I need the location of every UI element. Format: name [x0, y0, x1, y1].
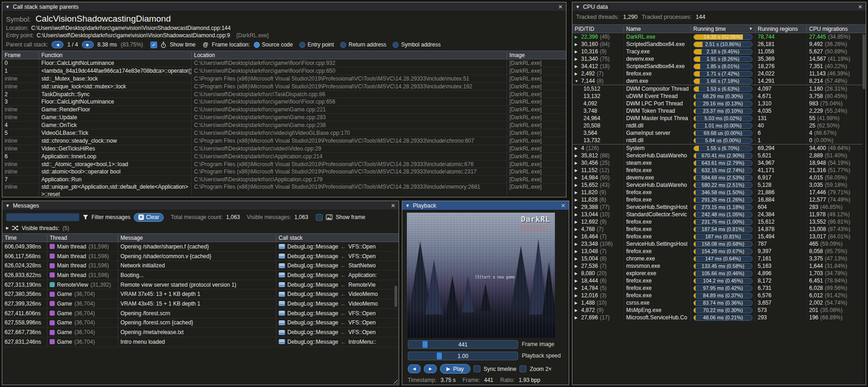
col-running-regions[interactable]: Running regions: [755, 26, 807, 32]
expand-icon[interactable]: ▶: [575, 242, 579, 246]
callstack-table-row[interactable]: inlinestd::unique_lock<std::mutex>::lock…: [2, 83, 566, 91]
expand-icon[interactable]: ▶: [575, 308, 579, 312]
cpu-process-row[interactable]: ▶11,820(9)firefox.exe346.58 ms (1.50%)21…: [572, 189, 866, 196]
step-forward-button[interactable]: ▶: [424, 364, 437, 373]
callstack-cell[interactable]: DebugLog::Message←IntroMenu::: [276, 337, 399, 347]
expanded-icon[interactable]: ▼: [575, 79, 579, 83]
callstack-table-row[interactable]: 4Game::OnTickC:\Users\wolf\Desktop\darkr…: [2, 121, 566, 129]
callstack-cell[interactable]: DebugLog::Message←VFS::Open: [276, 328, 399, 337]
cpu-process-row[interactable]: ▶31,340(75)devenv.exe1.91 s (8.26%)35,36…: [572, 55, 866, 63]
frame-location-option[interactable]: Source code: [254, 41, 293, 48]
col-callstack[interactable]: Call stack: [276, 235, 399, 241]
cpu-process-row[interactable]: ▶11,152(12)firefox.exe632.15 ms (2.74%)4…: [572, 167, 866, 174]
message-row[interactable]: 627,313,190nsRemoteView(31,392)Remote vi…: [2, 280, 399, 290]
collapse-icon[interactable]: ▼: [6, 5, 10, 9]
close-icon[interactable]: ✕: [858, 4, 862, 10]
prev-parent-button[interactable]: ◀: [51, 41, 63, 48]
cpu-process-row[interactable]: ▶29,388(77)ServiceHub.SettingsHost273.15…: [572, 203, 866, 211]
cpu-process-row[interactable]: ▶13,048(7)firefox.exe154.28 ms (0.67%)9,…: [572, 248, 866, 255]
callstack-cell[interactable]: DebugLog::Message←VideoMemo: [276, 289, 399, 299]
callstack-table-row[interactable]: inlineGame::RenderFloorC:\Users\wolf\Des…: [2, 106, 566, 114]
expand-icon[interactable]: ▶: [575, 316, 579, 320]
cpu-process-row[interactable]: 24,964DWM Master Input Threa5.03 ms (0.0…: [572, 115, 866, 122]
cpu-process-row[interactable]: 4,092DWM LPC Port Thread29.16 ms (0.13%)…: [572, 100, 866, 107]
play-button[interactable]: ▶ Play: [440, 364, 470, 374]
callstack-table-row[interactable]: inlinestd::chrono::steady_clock::nowC:\P…: [2, 137, 566, 145]
radio-icon[interactable]: [340, 42, 346, 48]
expand-icon[interactable]: ▶: [575, 227, 579, 231]
callstack-table-row[interactable]: inlinestd::unique_ptr<Application,std::d…: [2, 184, 566, 197]
expand-icon[interactable]: ▶: [575, 64, 579, 69]
cpu-process-row[interactable]: ▶10,316(9)Tracy.exe2.18 s (9.45%)11,0585…: [572, 48, 866, 55]
cpu-process-row[interactable]: ▶23,348(106)ServiceHub.SettingsHost158.0…: [572, 240, 866, 248]
show-time-checkbox[interactable]: ✓: [150, 41, 157, 48]
callstack-table-row[interactable]: inlineVideo::GetTicksHiResC:\Users\wolf\…: [2, 145, 566, 153]
cpu-process-row[interactable]: ▶15,652(43)ServiceHub.DataWareho580.22 m…: [572, 181, 866, 189]
cpu-process-row[interactable]: ▶35,812(88)ServiceHub.DataWareho670.41 m…: [572, 152, 866, 159]
message-row[interactable]: 627,399,326nsGame(36,704)VRAM 43x45: 15 …: [2, 299, 399, 309]
expand-icon[interactable]: ▶: [575, 35, 579, 39]
cpu-process-row[interactable]: ▼7,144(8)dwm.exe1.66 s (7.18%)14,2918,21…: [572, 77, 866, 85]
callstack-cell[interactable]: DebugLog::Message←VFS::Open: [276, 318, 399, 328]
cpu-process-row[interactable]: 3,748DWM Token Thread23.37 ms (0.10%)4,0…: [572, 107, 866, 115]
cpu-process-row[interactable]: 3,564GameInput server69.68 us (0.00%)64(…: [572, 129, 866, 137]
cpu-process-row[interactable]: 13,732ntdll.dll5.84 us (0.00%)10(0.00%): [572, 137, 866, 144]
callstack-cell[interactable]: DebugLog::Message←StartNetwo: [276, 261, 399, 270]
col-name[interactable]: Name: [624, 26, 691, 32]
callstack-table-row[interactable]: 0Floor::CalcLightNoLuminanceC:\Users\wol…: [2, 59, 566, 67]
callstack-table-row[interactable]: inlineGame::UpdateC:\Users\wolf\Desktop\…: [2, 114, 566, 121]
expand-icon[interactable]: ▶: [575, 50, 579, 54]
callstack-titlebar[interactable]: ▼ Call stack sample parents ✕: [2, 2, 566, 12]
cpu-process-row[interactable]: ▶27,696(17)Microsoft.ServiceHub.Co48.06 …: [572, 314, 866, 321]
speed-slider[interactable]: 1.00: [408, 352, 518, 360]
message-row[interactable]: 626,024,328nsMain thread(31,596)Network …: [2, 261, 399, 271]
expand-icon[interactable]: ▶: [575, 198, 579, 202]
close-icon[interactable]: ✕: [561, 203, 565, 208]
sync-timeline-checkbox[interactable]: [474, 365, 480, 372]
expand-icon[interactable]: ▶: [575, 161, 579, 165]
expand-icon[interactable]: ▶: [575, 176, 579, 180]
cpu-titlebar[interactable]: ▼ CPU data ✕: [572, 2, 866, 12]
cpu-process-row[interactable]: ▶8,080(20)explorer.exe105.66 ms (0.46%)4…: [572, 270, 866, 277]
collapse-icon[interactable]: ▼: [6, 203, 10, 208]
cpu-process-row[interactable]: ▶22,396(49)DarkRL.exe14.33 s (62.06%)78,…: [572, 33, 866, 40]
expand-icon[interactable]: ▶: [575, 72, 579, 76]
cpu-process-row[interactable]: ▶14,784(5)firefox.exe97.95 ms (0.42%)6,7…: [572, 284, 866, 292]
callstack-cell[interactable]: DebugLog::Message←RemoteVie: [276, 280, 399, 289]
cpu-process-row[interactable]: ▶34,412(18)ScriptedSandbox64.exe1.85 s (…: [572, 63, 866, 70]
cpu-process-row[interactable]: ▶4(126)System1.55 s (6.70%)69,29434,400(…: [572, 144, 866, 152]
frame-location-option[interactable]: Entry point: [299, 41, 334, 48]
message-row[interactable]: 626,833,622nsMain thread(31,596)Booting.…: [2, 271, 399, 280]
close-icon[interactable]: ✕: [558, 4, 563, 10]
frame-location-option[interactable]: Return address: [340, 41, 386, 48]
cpu-process-row[interactable]: ▶11,828(6)firefox.exe291.26 ms (1.26%)16…: [572, 196, 866, 203]
expand-icon[interactable]: ▶: [575, 220, 579, 224]
expand-icon[interactable]: ▶: [575, 264, 579, 268]
col-thread[interactable]: Thread: [47, 235, 118, 241]
expand-icon[interactable]: ▶: [575, 249, 579, 254]
col-image[interactable]: Image: [507, 52, 566, 58]
cpu-process-row[interactable]: ▶4,872(9)MsMpEng.exe70.22 ms (0.30%)5732…: [572, 306, 866, 314]
messages-titlebar[interactable]: ▼ Messages ✕: [2, 201, 399, 210]
expand-icon[interactable]: ▶: [575, 271, 579, 276]
col-frame[interactable]: Frame: [2, 52, 39, 58]
expand-icon[interactable]: ▶: [575, 301, 579, 305]
expand-icon[interactable]: ▶: [575, 286, 579, 290]
col-pid-tid[interactable]: PID/TID: [572, 26, 624, 32]
cpu-process-row[interactable]: ▶4,768(7)firefox.exe187.54 ms (0.81%)14,…: [572, 225, 866, 233]
callstack-table-row[interactable]: inlinestd::_Atomic_storage<bool,1>::load…: [2, 161, 566, 168]
col-function[interactable]: Function: [39, 52, 192, 58]
filter-input[interactable]: [6, 213, 80, 221]
playback-titlebar[interactable]: ▼ Playback ✕: [402, 201, 569, 210]
message-row[interactable]: 627,831,246nsGame(36,704)Intro menu load…: [2, 337, 399, 347]
cpu-process-row[interactable]: ▶12,692(9)firefox.exe231.76 ms (1.00%)15…: [572, 218, 866, 225]
step-back-button[interactable]: ◀: [408, 364, 421, 373]
col-time[interactable]: Time: [2, 235, 47, 241]
zoom2x-checkbox[interactable]: [520, 365, 526, 372]
message-row[interactable]: 627,667,736nsGame(36,704)Opening /meta/r…: [2, 328, 399, 337]
cpu-process-row[interactable]: ▶18,444(6)firefox.exe104.2 ms (0.45%)8,1…: [572, 277, 866, 284]
expand-icon[interactable]: ▶: [575, 42, 579, 46]
message-row[interactable]: 606,117,568nsMain thread(31,596)Opening …: [2, 252, 399, 261]
callstack-cell[interactable]: DebugLog::Message←Application:: [276, 271, 399, 280]
cpu-process-row[interactable]: ▶2,492(7)firefox.exe1.71 s (7.42%)24,022…: [572, 70, 866, 77]
